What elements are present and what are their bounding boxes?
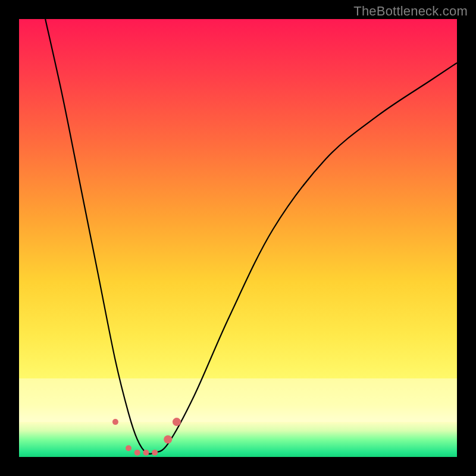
chart-frame: TheBottleneck.com: [0, 0, 476, 476]
watermark-text: TheBottleneck.com: [353, 4, 468, 19]
curve-marker-4: [152, 450, 158, 456]
curve-marker-5: [164, 436, 172, 444]
green-yellow-band: [19, 378, 457, 422]
plot-area: [19, 19, 457, 457]
curve-markers: [112, 418, 181, 456]
curve-marker-3: [143, 450, 149, 456]
curve-marker-1: [126, 445, 131, 451]
curve-marker-2: [134, 450, 140, 456]
